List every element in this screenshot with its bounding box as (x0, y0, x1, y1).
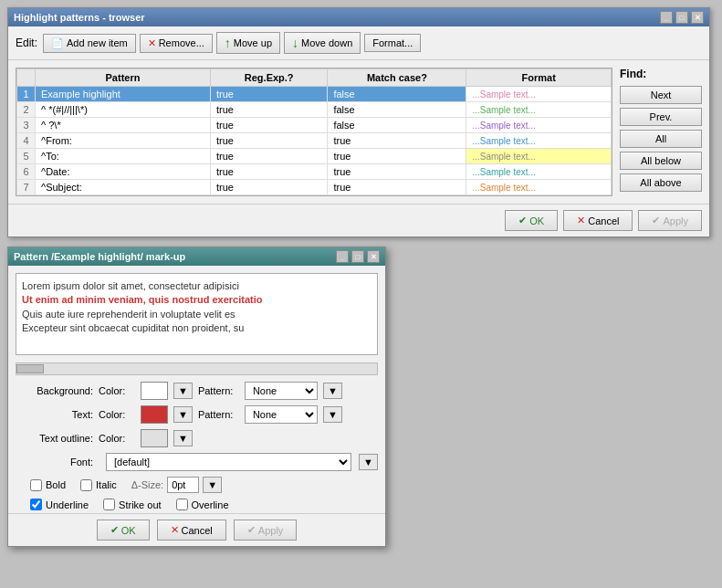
italic-checkbox-item: Italic (80, 479, 117, 491)
background-row: Background: Color: ▼ Pattern: None ▼ (8, 379, 385, 403)
find-label: Find: (620, 68, 702, 80)
add-icon: 📄 (51, 37, 64, 49)
sub-minimize-button[interactable]: _ (336, 250, 349, 263)
find-all-below-button[interactable]: All below (620, 152, 702, 170)
overline-label: Overline (192, 499, 229, 510)
main-apply-button[interactable]: ✔ Apply (638, 210, 702, 231)
sub-cancel-icon: ✕ (171, 524, 179, 536)
find-panel: Find: Next Prev. All All below All above (620, 68, 702, 196)
preview-line4: Excepteur sint obcaecat cupiditat non pr… (22, 321, 371, 335)
size-input[interactable] (167, 477, 199, 493)
font-row: Font: [default] ▼ (8, 450, 385, 474)
table-row[interactable]: 3^ ?\*truefalse...Sample text... (17, 118, 612, 133)
preview-line1: Lorem ipsum dolor sit amet, consectetur … (22, 279, 371, 293)
col-pattern: Pattern (36, 69, 211, 87)
text-row: Text: Color: ▼ Pattern: None ▼ (8, 403, 385, 426)
find-next-button[interactable]: Next (620, 86, 702, 104)
apply-icon: ✔ (652, 215, 660, 226)
table-row[interactable]: 7^Subject:truetrue...Sample text... (17, 180, 612, 195)
move-up-button[interactable]: ↑ Move up (216, 32, 280, 54)
text-preview: Lorem ipsum dolor sit amet, consectetur … (16, 273, 378, 355)
font-dropdown[interactable]: ▼ (359, 454, 378, 470)
checkbox-row-2: Underline Strike out Overline (8, 496, 385, 513)
sub-maximize-button[interactable]: □ (351, 250, 364, 263)
underline-checkbox[interactable] (30, 499, 42, 510)
outline-color-swatch[interactable] (141, 429, 168, 447)
horizontal-scrollbar[interactable] (16, 362, 378, 375)
bg-color-label: Color: (99, 385, 135, 396)
bg-color-swatch[interactable] (141, 382, 168, 400)
sub-title: Pattern /Example highlight/ mark-up (14, 251, 185, 262)
text-color-swatch[interactable] (141, 405, 168, 424)
down-icon: ↓ (292, 36, 298, 50)
bold-checkbox[interactable] (30, 479, 42, 491)
ok-icon: ✔ (518, 215, 527, 226)
italic-checkbox[interactable] (80, 479, 92, 491)
bg-pattern-dropdown[interactable]: ▼ (323, 383, 342, 399)
table-row[interactable]: 4^From:truetrue...Sample text... (17, 133, 612, 149)
strikeout-label: Strike out (119, 499, 161, 510)
delta-size-item: Δ-Size: ▼ (131, 477, 222, 493)
close-button[interactable]: ✕ (691, 11, 704, 24)
patterns-table: Pattern Reg.Exp.? Match case? Format 1Ex… (16, 68, 612, 196)
text-color-label: Color: (99, 409, 135, 420)
font-label: Font: (16, 457, 93, 467)
sub-close-button[interactable]: ✕ (367, 250, 380, 263)
delta-label: Δ-Size: (131, 479, 163, 490)
strikeout-checkbox-item: Strike out (103, 499, 161, 510)
toolbar: Edit: 📄 Add new item ✕ Remove... ↑ Move … (8, 26, 709, 60)
format-button[interactable]: Format... (364, 34, 421, 52)
table-container: Pattern Reg.Exp.? Match case? Format 1Ex… (8, 60, 709, 204)
cancel-icon: ✕ (577, 215, 585, 226)
outline-color-dropdown[interactable]: ▼ (173, 430, 193, 446)
bg-pattern-label: Pattern: (198, 385, 239, 396)
size-dropdown[interactable]: ▼ (203, 477, 222, 493)
scrollbar-thumb[interactable] (16, 364, 44, 373)
maximize-button[interactable]: □ (675, 11, 688, 24)
up-icon: ↑ (225, 36, 231, 50)
sub-apply-button[interactable]: ✔ Apply (234, 520, 298, 541)
main-title: Highlight patterns - trowser (14, 12, 145, 23)
text-pattern-label: Pattern: (198, 409, 239, 420)
underline-checkbox-item: Underline (30, 499, 89, 510)
sub-ok-button[interactable]: ✔ OK (97, 520, 150, 541)
table-row[interactable]: 5^To:truetrue...Sample text... (17, 149, 612, 164)
bg-pattern-select[interactable]: None (245, 382, 318, 400)
table-row[interactable]: 1Example highlighttruefalse...Sample tex… (17, 87, 612, 102)
main-cancel-button[interactable]: ✕ Cancel (563, 210, 633, 231)
main-ok-button[interactable]: ✔ OK (505, 210, 558, 231)
minimize-button[interactable]: _ (660, 11, 673, 24)
sub-cancel-button[interactable]: ✕ Cancel (157, 520, 226, 541)
bold-label: Bold (46, 479, 66, 490)
find-all-above-button[interactable]: All above (620, 173, 702, 192)
bold-checkbox-item: Bold (30, 479, 66, 491)
col-num (17, 69, 36, 87)
text-outline-row: Text outline: Color: ▼ (8, 426, 385, 450)
bg-color-dropdown[interactable]: ▼ (173, 383, 193, 399)
col-regexp: Reg.Exp.? (210, 69, 327, 87)
preview-line3: Quis aute iure reprehenderit in voluptat… (22, 308, 371, 321)
font-select[interactable]: [default] (106, 453, 351, 471)
edit-label: Edit: (16, 37, 37, 49)
table-row[interactable]: 6^Date:truetrue...Sample text... (17, 164, 612, 180)
strikeout-checkbox[interactable] (103, 499, 115, 510)
move-down-button[interactable]: ↓ Move down (284, 32, 361, 54)
background-label: Background: (16, 385, 93, 396)
text-pattern-dropdown[interactable]: ▼ (323, 406, 342, 423)
overline-checkbox[interactable] (176, 499, 188, 510)
find-prev-button[interactable]: Prev. (620, 108, 702, 126)
text-outline-label: Text outline: (16, 433, 93, 444)
text-label: Text: (16, 409, 93, 420)
table-row[interactable]: 2^ *(#|//|||\*)truefalse...Sample text..… (17, 102, 612, 118)
main-title-bar: Highlight patterns - trowser _ □ ✕ (8, 8, 709, 26)
find-all-button[interactable]: All (620, 130, 702, 148)
underline-label: Underline (46, 499, 89, 510)
sub-bottom-buttons: ✔ OK ✕ Cancel ✔ Apply (8, 513, 385, 546)
sub-title-bar: Pattern /Example highlight/ mark-up _ □ … (8, 247, 385, 266)
remove-button[interactable]: ✕ Remove... (140, 34, 213, 53)
text-pattern-select[interactable]: None (245, 405, 318, 424)
main-window: Highlight patterns - trowser _ □ ✕ Edit:… (7, 7, 710, 237)
text-color-dropdown[interactable]: ▼ (173, 406, 193, 423)
add-item-button[interactable]: 📄 Add new item (43, 34, 136, 53)
col-matchcase: Match case? (328, 69, 466, 87)
